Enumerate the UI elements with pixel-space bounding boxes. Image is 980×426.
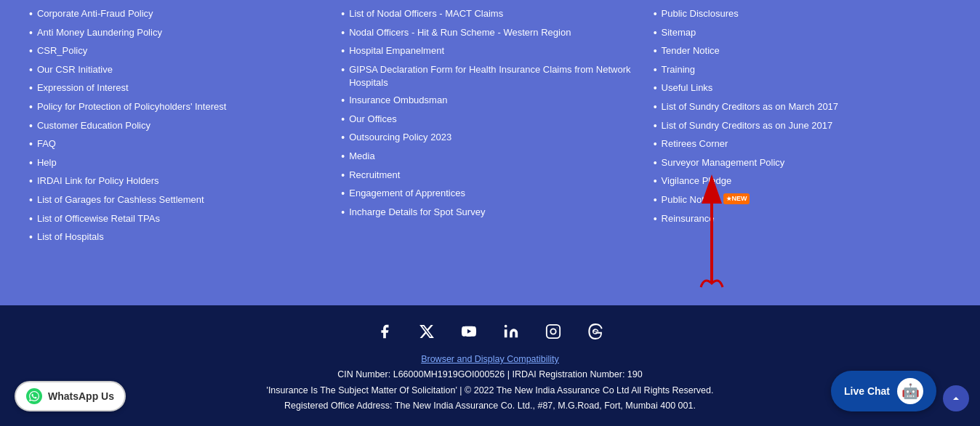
list-item[interactable]: Our CSR Initiative bbox=[29, 63, 326, 78]
whatsapp-icon bbox=[26, 388, 42, 404]
footer: Browser and Display Compatibility CIN Nu… bbox=[0, 305, 980, 426]
list-item[interactable]: Training bbox=[654, 63, 951, 78]
list-item[interactable]: Retirees Corner bbox=[654, 137, 951, 152]
list-item[interactable]: GIPSA Declaration Form for Health Insura… bbox=[341, 63, 638, 89]
list-item[interactable]: Recruitment bbox=[341, 169, 638, 183]
main-content: Corporate Anti-Fraud Policy Anti Money L… bbox=[0, 0, 980, 305]
threads-icon[interactable] bbox=[582, 318, 609, 345]
list-item[interactable]: List of Sundry Creditors as on June 2017 bbox=[654, 119, 951, 134]
list-item[interactable]: Anti Money Laundering Policy bbox=[29, 26, 326, 41]
youtube-icon[interactable] bbox=[456, 318, 482, 345]
list-item[interactable]: CSR_Policy bbox=[29, 44, 326, 59]
list-item[interactable]: Policy for Protection of Policyholders' … bbox=[29, 100, 326, 115]
live-chat-label: Live Chat bbox=[844, 385, 890, 397]
list-item[interactable]: Outsourcing Policy 2023 bbox=[341, 131, 638, 145]
columns-wrapper: Corporate Anti-Fraud Policy Anti Money L… bbox=[22, 7, 958, 249]
list-item[interactable]: Vigilance Pledge bbox=[654, 174, 951, 189]
column-3: Public Disclosures Sitemap Tender Notice… bbox=[646, 7, 958, 249]
list-item[interactable]: Public Notice NEW bbox=[654, 193, 951, 208]
list-item[interactable]: Engagement of Apprentices bbox=[341, 187, 638, 201]
list-item[interactable]: List of Hospitals bbox=[29, 230, 326, 245]
col3-list: Public Disclosures Sitemap Tender Notice… bbox=[654, 7, 951, 226]
whatsapp-label: WhatsApp Us bbox=[48, 390, 114, 402]
copyright-text: 'Insurance Is The Subject Matter Of Soli… bbox=[15, 383, 965, 398]
list-item[interactable]: List of Sundry Creditors as on March 201… bbox=[654, 100, 951, 115]
list-item[interactable]: Our Offices bbox=[341, 113, 638, 127]
list-item[interactable]: Nodal Officers - Hit & Run Scheme - West… bbox=[341, 26, 638, 41]
live-chat-button[interactable]: Live Chat 🤖 bbox=[831, 371, 936, 411]
col1-list: Corporate Anti-Fraud Policy Anti Money L… bbox=[29, 7, 326, 245]
new-badge: NEW bbox=[723, 193, 750, 204]
list-item[interactable]: List of Nodal Officers - MACT Claims bbox=[341, 7, 638, 22]
cin-text: CIN Number: L66000MH1919GOI000526 | IRDA… bbox=[15, 367, 965, 382]
svg-rect-3 bbox=[547, 325, 560, 338]
svg-point-2 bbox=[505, 325, 507, 328]
list-item[interactable]: Incharge Details for Spot Survey bbox=[341, 206, 638, 220]
col2-list: List of Nodal Officers - MACT Claims Nod… bbox=[341, 7, 638, 220]
whatsapp-button[interactable]: WhatsApp Us bbox=[15, 381, 126, 411]
list-item[interactable]: Surveyor Management Policy bbox=[654, 156, 951, 171]
column-2: List of Nodal Officers - MACT Claims Nod… bbox=[334, 7, 646, 249]
svg-point-5 bbox=[557, 328, 558, 329]
svg-point-4 bbox=[550, 329, 555, 334]
list-item[interactable]: Customer Education Policy bbox=[29, 119, 326, 134]
list-item[interactable]: List of Garages for Cashless Settlement bbox=[29, 193, 326, 208]
list-item[interactable]: Tender Notice bbox=[654, 44, 951, 59]
linkedin-icon[interactable] bbox=[498, 318, 524, 345]
list-item[interactable]: Sitemap bbox=[654, 26, 951, 41]
list-item[interactable]: List of Officewise Retail TPAs bbox=[29, 212, 326, 227]
list-item[interactable]: Corporate Anti-Fraud Policy bbox=[29, 7, 326, 22]
compat-link[interactable]: Browser and Display Compatibility bbox=[15, 352, 965, 367]
list-item[interactable]: IRDAI Link for Policy Holders bbox=[29, 174, 326, 189]
footer-text: Browser and Display Compatibility CIN Nu… bbox=[15, 352, 965, 414]
instagram-icon[interactable] bbox=[540, 318, 566, 345]
list-item[interactable]: Hospital Empanelment bbox=[341, 44, 638, 59]
robot-icon: 🤖 bbox=[897, 378, 923, 404]
facebook-icon[interactable] bbox=[371, 318, 398, 345]
scroll-up-button[interactable] bbox=[943, 385, 969, 411]
list-item[interactable]: Public Disclosures bbox=[654, 7, 951, 22]
list-item[interactable]: Media bbox=[341, 150, 638, 164]
list-item[interactable]: Useful Links bbox=[654, 81, 951, 96]
address-text: Registered Office Address: The New India… bbox=[15, 398, 965, 414]
list-item[interactable]: Expression of Interest bbox=[29, 81, 326, 96]
list-item[interactable]: Insurance Ombudsman bbox=[341, 94, 638, 108]
twitter-x-icon[interactable] bbox=[414, 318, 440, 345]
list-item[interactable]: Help bbox=[29, 156, 326, 171]
list-item[interactable]: Reinsurance bbox=[654, 212, 951, 227]
social-icons bbox=[15, 318, 965, 345]
column-1: Corporate Anti-Fraud Policy Anti Money L… bbox=[22, 7, 334, 249]
list-item[interactable]: FAQ bbox=[29, 137, 326, 152]
